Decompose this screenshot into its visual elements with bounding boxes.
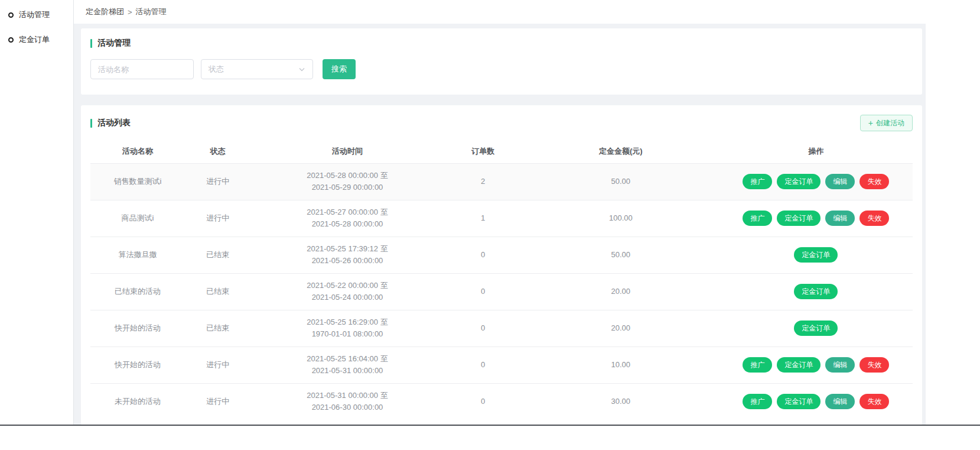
title-accent-bar — [90, 119, 92, 128]
edit-button[interactable]: 编辑 — [825, 174, 855, 189]
status-cell: 已结束 — [185, 310, 250, 347]
column-header: 状态 — [185, 140, 250, 163]
sidebar: 活动管理 定金订单 — [0, 0, 74, 425]
table-row: 算法撒旦撒已结束2021-05-25 17:39:12 至2021-05-26 … — [90, 237, 913, 273]
deposit-amount-cell: 20.00 — [522, 310, 719, 347]
table-row: 商品测试i进行中2021-05-27 00:00:00 至2021-05-28 … — [90, 200, 913, 237]
column-header: 活动时间 — [250, 140, 444, 163]
sidebar-item-label: 活动管理 — [19, 9, 50, 20]
content-area: 定金阶梯团 > 活动管理 活动管理 状态 搜索 — [74, 0, 926, 425]
actions-cell: 推广定金订单编辑失效 — [719, 163, 913, 200]
status-cell: 进行中 — [185, 347, 250, 383]
table-row: 已结束的活动已结束2021-05-22 00:00:00 至2021-05-24… — [90, 273, 913, 310]
deposit-amount-cell: 50.00 — [522, 163, 719, 200]
search-button[interactable]: 搜索 — [323, 59, 356, 79]
order-count-cell: 1 — [444, 200, 522, 237]
activity-name-cell: 快开始的活动 — [90, 347, 185, 383]
actions-cell: 推广定金订单编辑失效 — [719, 200, 913, 237]
deposit-amount-cell: 100.00 — [522, 200, 719, 237]
activity-time-cell: 2021-05-22 00:00:00 至2021-05-24 00:00:00 — [250, 273, 444, 310]
deposit-amount-cell: 20.00 — [522, 273, 719, 310]
edit-button[interactable]: 编辑 — [825, 357, 855, 373]
app-window: 活动管理 定金订单 定金阶梯团 > 活动管理 活动管理 状态 — [0, 0, 926, 425]
sidebar-item-deposit-orders[interactable]: 定金订单 — [0, 27, 73, 52]
deposit-amount-cell: 50.00 — [522, 237, 719, 273]
promote-button[interactable]: 推广 — [743, 394, 772, 409]
order-count-cell: 0 — [444, 347, 522, 383]
deposit-orders-button[interactable]: 定金订单 — [777, 174, 821, 189]
table-row: 销售数量测试i进行中2021-05-28 00:00:00 至2021-05-2… — [90, 163, 913, 200]
promote-button[interactable]: 推广 — [743, 211, 772, 226]
status-select-placeholder: 状态 — [209, 64, 224, 75]
table-header-row: 活动名称状态活动时间订单数定金金额(元)操作 — [90, 140, 913, 163]
status-cell: 进行中 — [185, 163, 250, 200]
table-row: 快开始的活动已结束2021-05-25 16:29:00 至1970-01-01… — [90, 310, 913, 347]
activity-time-cell: 2021-05-28 00:00:00 至2021-05-29 00:00:00 — [250, 163, 444, 200]
status-cell: 已结束 — [185, 273, 250, 310]
table-row: 未开始的活动进行中2021-05-31 00:00:00 至2021-06-30… — [90, 383, 913, 420]
breadcrumb-parent[interactable]: 定金阶梯团 — [86, 7, 124, 17]
deposit-orders-button[interactable]: 定金订单 — [794, 320, 838, 336]
activity-name-cell: 快开始的活动 — [90, 310, 185, 347]
order-count-cell: 2 — [444, 163, 522, 200]
invalidate-button[interactable]: 失效 — [859, 357, 889, 373]
invalidate-button[interactable]: 失效 — [859, 394, 889, 409]
actions-cell: 推广定金订单编辑失效 — [719, 347, 913, 383]
invalidate-button[interactable]: 失效 — [859, 211, 889, 226]
edit-button[interactable]: 编辑 — [825, 211, 855, 226]
activity-time-cell: 2021-05-27 00:00:00 至2021-05-28 00:00:00 — [250, 200, 444, 237]
search-form: 状态 搜索 — [90, 59, 913, 79]
promote-button[interactable]: 推广 — [743, 357, 772, 373]
activity-time-cell: 2021-05-31 00:00:00 至2021-06-30 00:00:00 — [250, 383, 444, 420]
activity-time-cell: 2021-05-25 17:39:12 至2021-05-26 00:00:00 — [250, 237, 444, 273]
activity-list-panel: 活动列表 + 创建活动 活动名称状态活动时间订单数定金金额(元)操作 销售数量测… — [81, 105, 922, 425]
deposit-orders-button[interactable]: 定金订单 — [777, 211, 821, 226]
status-cell: 已结束 — [185, 237, 250, 273]
circle-icon — [8, 37, 14, 43]
order-count-cell: 0 — [444, 273, 522, 310]
breadcrumb-current: 活动管理 — [136, 7, 167, 17]
table-body: 销售数量测试i进行中2021-05-28 00:00:00 至2021-05-2… — [90, 163, 913, 420]
search-panel: 活动管理 状态 搜索 — [81, 28, 922, 95]
deposit-orders-button[interactable]: 定金订单 — [794, 247, 838, 263]
order-count-cell: 0 — [444, 237, 522, 273]
plus-icon: + — [868, 119, 873, 127]
activity-list-title: 活动列表 — [90, 118, 131, 128]
activity-name-input[interactable] — [90, 59, 194, 79]
breadcrumb: 定金阶梯团 > 活动管理 — [74, 0, 926, 24]
invalidate-button[interactable]: 失效 — [859, 174, 889, 189]
status-cell: 进行中 — [185, 383, 250, 420]
activity-name-cell: 销售数量测试i — [90, 163, 185, 200]
activity-name-cell: 未开始的活动 — [90, 383, 185, 420]
activity-name-cell: 算法撒旦撒 — [90, 237, 185, 273]
activity-time-cell: 2021-05-25 16:29:00 至1970-01-01 08:00:00 — [250, 310, 444, 347]
sidebar-item-label: 定金订单 — [19, 34, 50, 45]
promote-button[interactable]: 推广 — [743, 174, 772, 189]
order-count-cell: 0 — [444, 310, 522, 347]
activity-name-cell: 商品测试i — [90, 200, 185, 237]
deposit-orders-button[interactable]: 定金订单 — [794, 284, 838, 299]
window-bottom-border — [0, 425, 980, 426]
column-header: 定金金额(元) — [522, 140, 719, 163]
column-header: 操作 — [719, 140, 913, 163]
deposit-amount-cell: 10.00 — [522, 347, 719, 383]
activity-list-header: 活动列表 + 创建活动 — [90, 115, 913, 131]
deposit-orders-button[interactable]: 定金订单 — [777, 357, 821, 373]
circle-icon — [8, 12, 14, 18]
sidebar-item-activity-management[interactable]: 活动管理 — [0, 2, 73, 27]
deposit-orders-button[interactable]: 定金订单 — [777, 394, 821, 409]
order-count-cell: 0 — [444, 383, 522, 420]
status-select[interactable]: 状态 — [201, 59, 313, 79]
actions-cell: 定金订单 — [719, 237, 913, 273]
column-header: 活动名称 — [90, 140, 185, 163]
search-panel-title: 活动管理 — [90, 38, 913, 48]
create-activity-button[interactable]: + 创建活动 — [860, 115, 913, 131]
actions-cell: 定金订单 — [719, 310, 913, 347]
edit-button[interactable]: 编辑 — [825, 394, 855, 409]
actions-cell: 推广定金订单编辑失效 — [719, 383, 913, 420]
table-row: 快开始的活动进行中2021-05-25 16:04:00 至2021-05-31… — [90, 347, 913, 383]
actions-cell: 定金订单 — [719, 273, 913, 310]
breadcrumb-separator: > — [128, 8, 132, 17]
activity-table: 活动名称状态活动时间订单数定金金额(元)操作 销售数量测试i进行中2021-05… — [90, 140, 913, 420]
chevron-down-icon — [298, 66, 305, 73]
